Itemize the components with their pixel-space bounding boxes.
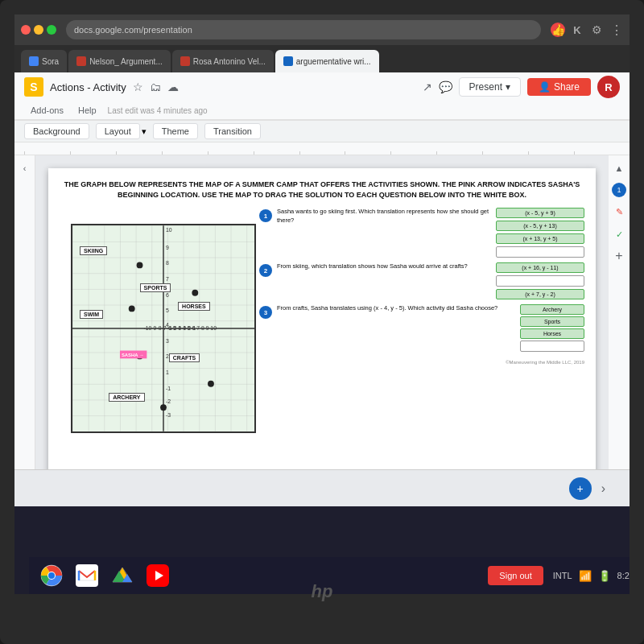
tab-favicon-nelson [76,56,86,66]
slides-header: S Actions - Activity ☆ 🗂 ☁ ↗ 💬 Present ▾… [14,72,630,120]
theme-button[interactable]: Theme [153,123,198,139]
taskbar-right: INTL 📶 🔋 8:21 [553,570,630,582]
drive-taskbar-icon[interactable] [109,563,135,588]
chart-icon[interactable]: ↗ [423,80,432,93]
address-text: docs.google.com/presentation [74,25,192,35]
ruler-tick [528,151,574,155]
svg-text:1: 1 [166,369,169,375]
q2-text: From skiing, which translation shows how… [277,262,491,271]
ruler-tick [482,151,528,155]
last-edit-text: Last edit was 4 minutes ago [108,106,208,115]
slides-title-bar: S Actions - Activity ☆ 🗂 ☁ ↗ 💬 Present ▾… [14,72,630,101]
svg-text:8: 8 [166,261,169,266]
fab-add-slide[interactable]: + [569,477,592,500]
q3-answer-1[interactable]: Archery [520,304,584,315]
edit-icon[interactable]: ✎ [611,204,627,220]
slides-toolbar: Background Layout ▾ Theme Transition [14,120,630,142]
tab-sora-label: Sora [42,57,59,66]
q2-answer-1[interactable]: (x + 16, y - 11) [496,262,584,273]
q1-number: 1 [259,209,272,222]
present-button[interactable]: Present ▾ [459,77,521,97]
check-icon[interactable]: ✓ [611,226,627,242]
ruler-tick [345,151,390,155]
slide-indicator-1[interactable]: 1 [612,183,626,197]
slides-logo: S [24,77,43,97]
menu-dots-icon[interactable]: ⋮ [609,23,623,37]
gmail-taskbar-icon[interactable] [74,563,100,588]
coordinate-grid: 10 9 8 7 6 5 4 3 2 1 [71,224,256,433]
share-button[interactable]: 👤 Share [527,78,591,96]
question-3-block: 3 From crafts, Sasha translates using (x… [259,304,584,352]
sign-out-button[interactable]: Sign out [488,566,543,585]
ruler-tick [116,151,162,155]
comment-icon[interactable]: 💬 [439,80,452,93]
main-area: ‹ THE GRAPH BELOW REPRESENTS THE MAP OF … [14,155,630,469]
q2-drop-box[interactable] [496,275,584,287]
menu-help[interactable]: Help [72,103,103,118]
chrome-taskbar-icon[interactable] [39,563,64,588]
svg-point-23 [160,405,167,411]
tabs-bar: Sora Nelson_ Argument... Rosa Antonino V… [14,45,630,72]
q3-answer-3[interactable]: Horses [520,328,584,339]
ruler-tick [162,151,208,155]
q3-answer-2[interactable]: Sports [520,316,584,327]
share-person-icon: 👤 [539,81,551,93]
ruler-marks [14,142,630,155]
bottom-bar: + › [14,469,630,506]
cloud-icon[interactable]: ☁ [167,80,179,93]
tab-arg[interactable]: arguementative wri... [275,50,379,72]
expand-icon[interactable]: › [601,481,605,496]
ruler-tick [70,151,116,155]
star-icon[interactable]: ☆ [133,80,143,93]
collapse-panel-icon[interactable]: ‹ [17,160,33,176]
swim-label: SWIM [80,310,103,319]
tab-arg-label: arguementative wri... [296,57,371,66]
svg-text:-3: -3 [166,412,171,418]
background-button[interactable]: Background [24,123,89,139]
skiing-label: SKIING [80,246,107,255]
folder-icon[interactable]: 🗂 [150,80,161,93]
minimize-window-btn[interactable] [34,25,43,35]
q2-answer-3[interactable]: (x + 7, y - 2) [496,289,584,299]
tab-sora[interactable]: Sora [21,50,67,72]
svg-text:10: 10 [166,227,172,233]
hp-logo: hp [312,581,333,602]
archery-label: ARCHERY [109,393,144,402]
slide-canvas: THE GRAPH BELOW REPRESENTS THE MAP OF A … [48,168,596,469]
user-avatar[interactable]: R [597,76,620,98]
q1-answer-2[interactable]: (x - 5, y + 13) [496,221,584,231]
close-window-btn[interactable] [21,25,31,35]
layout-dropdown[interactable]: Layout ▾ [96,123,147,139]
maximize-window-btn[interactable] [47,25,56,35]
menu-addons[interactable]: Add-ons [24,103,70,118]
address-bar[interactable]: docs.google.com/presentation [66,20,541,39]
slide-panel: ‹ [14,155,35,469]
youtube-taskbar-icon[interactable] [145,563,171,588]
q1-answer-3[interactable]: (x + 13, y + 5) [496,233,584,244]
wifi-icon: 📶 [579,570,592,582]
layout-button[interactable]: Layout [96,123,140,139]
transition-button[interactable]: Transition [204,123,261,139]
svg-point-18 [137,262,143,269]
add-button[interactable]: + [615,249,622,263]
right-panel: ▲ 1 ✎ ✓ + [609,155,630,469]
tab-nelson[interactable]: Nelson_ Argument... [68,50,171,72]
q3-drop-box[interactable] [520,341,584,352]
copyright-text: ©Maneuvering the Middle LLC, 2019 [259,360,584,365]
sports-label: SPORTS [140,283,171,292]
menu-bar: Add-ons Help Last edit was 4 minutes ago [14,101,630,119]
q1-answer-1[interactable]: (x - 5, y + 9) [496,208,584,218]
ruler-tick [390,151,436,155]
tab-rosa[interactable]: Rosa Antonino Vel... [172,50,274,72]
svg-point-20 [129,306,135,312]
browser-icons: 👍 K ⚙ ⋮ [551,23,623,37]
window-controls [21,25,56,35]
ruler-tick [24,151,70,155]
scroll-up-icon[interactable]: ▲ [611,160,627,176]
q2-answers: (x + 16, y - 11) (x + 7, y - 2) [496,262,584,299]
extensions-icon[interactable]: ⚙ [589,23,604,37]
tab-favicon-arg [283,56,293,66]
q1-drop-box[interactable] [496,246,584,258]
svg-text:SASHA →: SASHA → [122,353,144,358]
ruler-tick [254,151,299,155]
